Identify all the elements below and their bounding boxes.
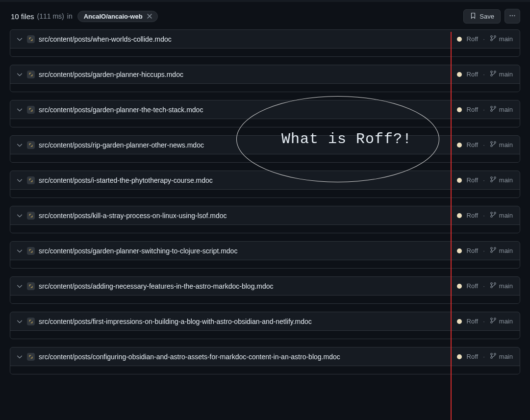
svg-point-25 <box>491 286 493 288</box>
bookmark-icon <box>470 12 477 21</box>
result-meta: Roff·main <box>457 282 513 290</box>
result-left: src/content/posts/garden-planner-hiccups… <box>16 71 183 78</box>
result-header: src/content/posts/adding-necessary-featu… <box>10 277 520 296</box>
separator: · <box>483 247 485 254</box>
chevron-down-icon[interactable] <box>16 71 23 78</box>
chevron-down-icon[interactable] <box>16 318 23 325</box>
svg-point-14 <box>494 142 496 144</box>
svg-point-29 <box>494 318 496 320</box>
file-path[interactable]: src/content/posts/first-impressions-on-b… <box>39 318 312 325</box>
file-type-icon <box>27 141 35 149</box>
svg-point-31 <box>491 357 493 359</box>
svg-point-18 <box>491 212 493 214</box>
file-path[interactable]: src/content/posts/adding-necessary-featu… <box>39 282 274 290</box>
result-item: src/content/posts/first-impressions-on-b… <box>10 312 520 339</box>
file-path[interactable]: src/content/posts/configuring-obsidian-a… <box>39 353 340 361</box>
branch-link[interactable]: main <box>490 211 513 220</box>
close-icon[interactable] <box>147 13 152 19</box>
result-left: src/content/posts/rip-garden-planner-oth… <box>16 141 204 149</box>
result-body <box>10 190 520 198</box>
svg-point-17 <box>494 177 496 179</box>
svg-point-11 <box>494 106 496 108</box>
separator: · <box>483 106 485 113</box>
svg-point-4 <box>491 39 493 41</box>
language-label: Roff <box>467 353 479 360</box>
branch-link[interactable]: main <box>490 317 513 325</box>
branch-link[interactable]: main <box>490 247 513 255</box>
file-path[interactable]: src/content/posts/i-started-the-phytothe… <box>39 176 213 184</box>
svg-point-9 <box>491 106 493 108</box>
svg-point-13 <box>491 145 493 147</box>
result-item: src/content/posts/garden-planner-the-tec… <box>10 100 520 127</box>
result-item: src/content/posts/adding-necessary-featu… <box>10 276 520 304</box>
separator: · <box>483 353 485 360</box>
separator: · <box>483 71 485 78</box>
repo-filter-chip[interactable]: AncaIO/ancaio-web <box>77 11 158 22</box>
svg-point-3 <box>491 36 493 38</box>
language-dot-icon <box>457 178 462 183</box>
chevron-down-icon[interactable] <box>16 177 23 184</box>
result-header: src/content/posts/garden-planner-hiccups… <box>10 65 520 84</box>
language-dot-icon <box>457 354 462 359</box>
branch-link[interactable]: main <box>490 352 513 361</box>
branch-link[interactable]: main <box>490 176 513 184</box>
chevron-down-icon[interactable] <box>16 283 23 290</box>
language-label: Roff <box>467 35 479 43</box>
result-body <box>10 296 520 303</box>
branch-icon <box>490 282 497 290</box>
result-meta: Roff·main <box>457 211 513 220</box>
svg-point-10 <box>491 110 493 112</box>
result-header: src/content/posts/kill-a-stray-process-o… <box>10 206 520 225</box>
svg-point-12 <box>491 142 493 144</box>
branch-link[interactable]: main <box>490 141 513 149</box>
branch-label: main <box>499 35 513 43</box>
file-path[interactable]: src/content/posts/garden-planner-hiccups… <box>39 71 183 78</box>
save-button-label: Save <box>480 13 494 20</box>
chevron-down-icon[interactable] <box>16 247 23 254</box>
file-path[interactable]: src/content/posts/kill-a-stray-process-o… <box>39 212 227 220</box>
kebab-icon <box>509 12 516 21</box>
results-timing: (111 ms) <box>37 12 64 20</box>
svg-point-20 <box>494 212 496 214</box>
chevron-down-icon[interactable] <box>16 106 23 113</box>
result-header: src/content/posts/rip-garden-planner-oth… <box>10 136 520 154</box>
file-path[interactable]: src/content/posts/when-worlds-collide.md… <box>39 35 172 43</box>
chevron-down-icon[interactable] <box>16 212 23 219</box>
branch-link[interactable]: main <box>490 282 513 290</box>
result-meta: Roff·main <box>457 247 513 255</box>
branch-icon <box>490 317 497 325</box>
result-left: src/content/posts/configuring-obsidian-a… <box>16 353 340 361</box>
result-left: src/content/posts/i-started-the-phytothe… <box>16 176 213 184</box>
branch-icon <box>490 141 497 149</box>
file-path[interactable]: src/content/posts/garden-planner-the-tec… <box>39 106 203 114</box>
language-label: Roff <box>467 141 479 148</box>
more-button[interactable] <box>505 9 520 24</box>
chevron-down-icon[interactable] <box>16 36 23 43</box>
file-type-icon <box>27 71 35 78</box>
branch-link[interactable]: main <box>490 105 513 114</box>
branch-label: main <box>499 282 513 290</box>
branch-link[interactable]: main <box>490 70 513 78</box>
language-label: Roff <box>467 247 479 254</box>
result-item: src/content/posts/rip-garden-planner-oth… <box>10 135 520 163</box>
branch-icon <box>490 35 497 43</box>
svg-point-26 <box>494 283 496 285</box>
branch-link[interactable]: main <box>490 35 513 43</box>
chevron-down-icon[interactable] <box>16 353 23 360</box>
header-right: Save <box>463 9 520 24</box>
file-path[interactable]: src/content/posts/garden-planner-switchi… <box>39 247 237 255</box>
result-body <box>10 84 520 92</box>
save-button[interactable]: Save <box>463 9 501 24</box>
branch-icon <box>490 247 497 255</box>
svg-point-21 <box>491 247 493 249</box>
file-path[interactable]: src/content/posts/rip-garden-planner-oth… <box>39 141 204 149</box>
result-item: src/content/posts/when-worlds-collide.md… <box>10 29 520 57</box>
separator: · <box>483 35 485 43</box>
language-dot-icon <box>457 107 462 112</box>
result-header: src/content/posts/i-started-the-phytothe… <box>10 171 520 190</box>
result-header: src/content/posts/configuring-obsidian-a… <box>10 347 520 366</box>
language-dot-icon <box>457 213 462 218</box>
svg-point-1 <box>512 15 513 16</box>
repo-filter-label: AncaIO/ancaio-web <box>84 13 143 20</box>
chevron-down-icon[interactable] <box>16 142 23 148</box>
